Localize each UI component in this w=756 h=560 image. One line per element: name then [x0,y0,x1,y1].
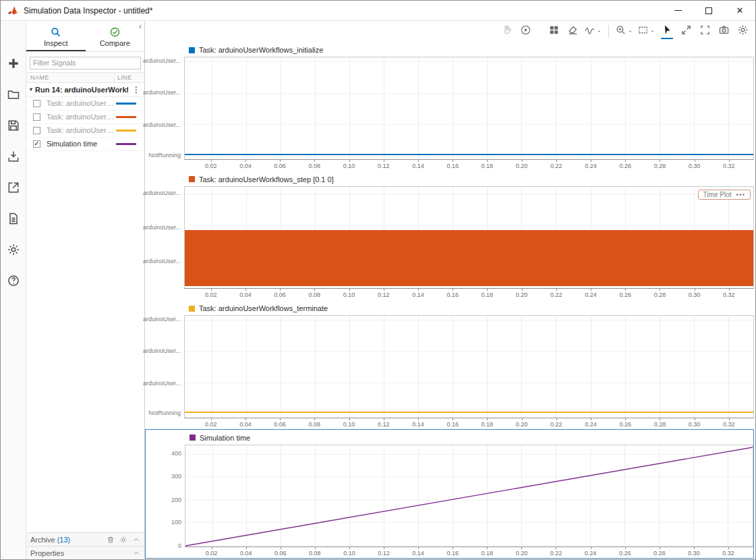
x-tick-mark [556,547,556,549]
clear-subplots-tool[interactable] [564,23,581,39]
chart-panel-4[interactable]: Simulation time40030020010000.020.040.06… [145,429,754,559]
x-tick-mark [660,289,660,291]
fit-icon [637,24,649,38]
x-tick-mark [315,547,316,549]
signal-row[interactable]: Task: arduinoUserWo... [26,111,144,124]
archive-actions [107,536,140,544]
plot-canvas[interactable]: Time Plot••• [184,186,754,289]
compare-check-icon [109,26,121,38]
chart-legend[interactable]: Task: arduinoUserWorkflows_terminate [184,302,754,315]
create-report-button[interactable] [3,210,24,230]
signal-trace[interactable] [185,412,753,413]
y-axis-labels: 4003002001000 [146,445,185,548]
signal-row[interactable]: ✓Simulation time [26,138,144,151]
archive-bar[interactable]: Archive (13) [26,532,144,546]
fit-to-view-tool[interactable] [636,23,657,39]
signal-trace[interactable] [185,154,753,155]
chart-panel-3[interactable]: Task: arduinoUserWorkflows_terminateardu… [145,300,754,429]
signal-row[interactable]: Task: arduinoUserWo... [26,97,144,111]
help-button[interactable] [3,272,24,292]
signal-trace[interactable] [185,445,753,547]
run-menu-icon[interactable]: ⋮ [128,85,144,94]
snapshot-tool[interactable] [715,23,732,39]
expand-tool[interactable] [677,23,695,39]
chart-legend[interactable]: Simulation time [185,431,753,445]
x-tick-mark [349,160,350,162]
expand-icon [680,24,692,38]
archive-gear-icon[interactable] [119,536,127,544]
plot-canvas[interactable] [185,445,753,548]
caret-down-icon[interactable] [596,28,602,34]
trash-icon[interactable] [107,536,115,544]
signal-trace[interactable] [185,230,753,286]
maximize-button[interactable] [693,1,724,20]
h-gridline [185,320,753,320]
properties-bar[interactable]: Properties [26,546,144,559]
chart-panel-2[interactable]: Task: arduinoUserWorkflows_step [0.1 0]a… [145,171,754,300]
x-tick-label: 0.06 [274,550,287,557]
column-header-line[interactable]: LINE [114,73,144,82]
plot-settings-tool[interactable] [734,23,751,39]
plot-type-badge[interactable]: Time Plot••• [698,190,751,200]
collapse-sidebar-icon[interactable]: ‹ [139,21,142,31]
minimize-button[interactable] [662,1,693,20]
y-tick-label: arduinoUser... [143,258,181,264]
run-row[interactable]: ▾ Run 14: arduinoUserWorkf ⋮ [26,83,144,97]
pan-tool[interactable] [498,23,515,39]
x-tick-mark [487,547,488,549]
h-gridline [185,352,753,352]
filter-signals-input[interactable] [30,57,141,69]
import-button[interactable] [3,148,24,168]
subplot-layout-tool[interactable] [545,23,562,39]
archive-count[interactable]: (13) [57,536,71,544]
v-gridline [591,316,591,418]
tab-compare[interactable]: Compare [86,24,145,51]
zoom-tool[interactable] [614,23,635,39]
x-tick-mark [418,289,419,291]
close-button[interactable]: ✕ [724,1,755,20]
x-tick-mark [384,289,384,291]
signal-checkbox[interactable] [33,127,40,134]
x-tick-label: 0.12 [378,421,390,428]
filter-wrap [26,52,144,72]
caret-down-icon[interactable] [649,28,656,34]
badge-menu-icon[interactable]: ••• [736,191,745,198]
h-gridline [185,383,753,383]
playback-tool[interactable] [517,23,534,39]
plot-canvas[interactable] [184,315,754,418]
column-header-name[interactable]: NAME [26,74,114,81]
chart-legend[interactable]: Task: arduinoUserWorkflows_initialize [184,43,754,57]
y-tick-label: arduinoUser... [143,224,181,231]
plot-canvas[interactable] [184,57,754,160]
v-gridline [212,316,212,418]
archive-collapse-icon[interactable] [132,536,140,544]
chart-legend[interactable]: Task: arduinoUserWorkflows_step [0.1 0] [184,173,754,186]
chart-title: Task: arduinoUserWorkflows_initialize [199,46,323,54]
save-button[interactable] [3,117,24,137]
x-axis-labels: 0.020.040.060.080.100.120.140.160.180.20… [184,160,754,171]
legend-swatch [189,47,195,53]
signal-checkbox[interactable] [33,100,40,107]
tab-inspect[interactable]: Inspect [26,24,86,51]
chart-panel-1[interactable]: Task: arduinoUserWorkflows_initializeard… [145,41,754,171]
signal-checkbox[interactable]: ✓ [33,140,40,148]
signal-style-tool[interactable] [583,23,604,39]
v-gridline [281,316,281,418]
add-button[interactable] [3,55,24,75]
run-collapse-icon[interactable]: ▾ [30,86,32,92]
x-tick-label: 0.24 [585,163,597,169]
x-tick-label: 0.16 [446,421,459,428]
x-tick-mark [487,289,488,291]
x-tick-label: 0.02 [206,550,218,557]
properties-collapse-icon[interactable] [132,549,140,557]
x-tick-mark [453,547,453,549]
x-tick-label: 0.10 [343,291,355,298]
signal-row[interactable]: Task: arduinoUserWo... [26,124,144,138]
preferences-button[interactable] [3,241,24,261]
fullscreen-tool[interactable] [696,23,714,39]
caret-down-icon[interactable] [627,28,633,34]
select-tool[interactable] [658,23,676,39]
export-button[interactable] [3,179,24,199]
signal-checkbox[interactable] [33,113,40,121]
open-button[interactable] [3,86,24,106]
